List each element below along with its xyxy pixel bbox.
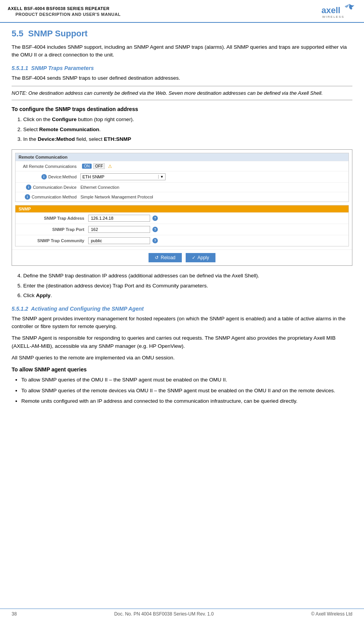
- header-subtitle: PRODUCT DESCRIPTION AND USER'S MANUAL: [8, 11, 128, 18]
- toggle-on[interactable]: ON: [82, 164, 92, 169]
- snmp-trap-port-row: SNMP Trap Port ?: [15, 224, 349, 235]
- footer-page-number: 38: [12, 611, 17, 617]
- task2-bullets: To allow SNMP queries of the OMU II – th…: [21, 376, 352, 405]
- subsection2-para1: The SNMP agent provides inventory manage…: [12, 315, 352, 331]
- communication-device-label: i Communication Device: [19, 185, 80, 190]
- main-content: 5.5 SNMP Support The BSF-4004 includes S…: [0, 23, 364, 421]
- communication-method-label: i Communication Method: [19, 194, 80, 200]
- section-intro: The BSF-4004 includes SNMP support, incl…: [12, 43, 352, 59]
- select-arrow: ▼: [158, 175, 164, 179]
- communication-device-value: Ethernet Connection: [80, 185, 119, 190]
- task2-title: To allow SNMP agent queries: [12, 366, 352, 373]
- snmp-trap-address-row: SNMP Trap Address ?: [15, 212, 349, 224]
- step-2: Select Remote Communication.: [23, 125, 352, 134]
- bullet-3: Remote units configured with an IP addre…: [21, 397, 352, 405]
- communication-method-value: Simple Network Management Protocol: [80, 195, 153, 199]
- info-icon-2: i: [26, 185, 31, 190]
- all-remote-row: All Remote Communications ON OFF ⚠: [15, 161, 349, 171]
- footer-doc-ref: Doc. No. PN 4004 BSF0038 Series-UM Rev. …: [114, 611, 214, 617]
- company-logo: axell WIRELESS: [321, 3, 356, 21]
- reload-icon: ↺: [155, 255, 159, 260]
- snmp-trap-port-input[interactable]: [88, 226, 150, 233]
- remote-communication-label: Remote Communication: [19, 155, 68, 159]
- header-title: AXELL BSF-4004 BSF0038 SERIES REPEATER: [8, 6, 128, 11]
- task1-steps-after: Define the SNMP trap destination IP addr…: [23, 272, 352, 300]
- info-icon-3: i: [25, 194, 30, 200]
- snmp-trap-address-label: SNMP Trap Address: [19, 216, 88, 221]
- device-method-label: i Device:Method: [19, 174, 80, 180]
- task1-steps: Click on the Configure button (top right…: [23, 115, 352, 144]
- section-title: 5.5 SNMP Support: [12, 29, 352, 39]
- device-method-row: i Device:Method ETH SNMP ▼: [15, 171, 349, 182]
- page-header: AXELL BSF-4004 BSF0038 SERIES REPEATER P…: [0, 0, 364, 23]
- step-4: Define the SNMP trap destination IP addr…: [23, 272, 352, 280]
- remote-communication-header: Remote Communication: [15, 153, 349, 161]
- toggle-off[interactable]: OFF: [93, 163, 105, 169]
- step-5: Enter the (destination address device) T…: [23, 282, 352, 290]
- snmp-help-3: ?: [152, 238, 158, 243]
- device-method-value: ETH SNMP: [82, 174, 104, 179]
- toggle-container: ON OFF ⚠: [80, 163, 112, 169]
- svg-text:WIRELESS: WIRELESS: [322, 15, 344, 19]
- communication-method-row: i Communication Method Simple Network Ma…: [15, 192, 349, 202]
- subsection1-desc: The BSF-4004 sends SNMP traps to user de…: [12, 74, 352, 82]
- svg-text:axell: axell: [321, 5, 340, 15]
- footer-copyright: © Axell Wireless Ltd: [311, 611, 352, 617]
- subsection2-para3: All SNMP queries to the remote are imple…: [12, 354, 352, 362]
- snmp-header: SNMP: [15, 205, 349, 212]
- subsection2-title: 5.5.1.2 Activating and Configuring the S…: [12, 306, 352, 312]
- bullet-2: To allow SNMP queries of the remote devi…: [21, 386, 352, 395]
- apply-icon: ✓: [192, 255, 196, 260]
- step-3: In the Device:Method field, select ETH:S…: [23, 135, 352, 144]
- step-6: Click Apply.: [23, 291, 352, 300]
- snmp-trap-port-label: SNMP Trap Port: [19, 227, 88, 232]
- task1-title: To configure the SNMP traps destination …: [12, 106, 352, 112]
- apply-button[interactable]: ✓ Apply: [186, 253, 215, 262]
- step-1: Click on the Configure button (top right…: [23, 115, 352, 124]
- screenshot-box: Remote Communication All Remote Communic…: [12, 149, 352, 266]
- snmp-section: SNMP SNMP Trap Address ? SNMP Trap Port …: [15, 205, 349, 246]
- info-icon-1: i: [41, 174, 47, 180]
- reload-button[interactable]: ↺ Reload: [149, 253, 181, 262]
- page-footer: 38 Doc. No. PN 4004 BSF0038 Series-UM Re…: [0, 609, 364, 619]
- screenshot-button-row: ↺ Reload ✓ Apply: [12, 250, 352, 265]
- snmp-trap-community-input[interactable]: [88, 237, 150, 244]
- device-method-select[interactable]: ETH SNMP ▼: [80, 173, 166, 180]
- note-text: NOTE: One destination address can curren…: [12, 89, 352, 97]
- warning-icon: ⚠: [108, 164, 112, 169]
- snmp-help-2: ?: [152, 227, 158, 232]
- all-remote-label: All Remote Communications: [19, 164, 80, 169]
- note-box: NOTE: One destination address can curren…: [12, 86, 352, 101]
- subsection2-para2: The SNMP Agent is responsible for respon…: [12, 334, 352, 350]
- snmp-trap-community-row: SNMP Trap Community ?: [15, 235, 349, 246]
- communication-device-row: i Communication Device Ethernet Connecti…: [15, 182, 349, 192]
- bullet-1: To allow SNMP queries of the OMU II – th…: [21, 376, 352, 384]
- snmp-trap-address-input[interactable]: [88, 215, 150, 222]
- snmp-trap-community-label: SNMP Trap Community: [19, 238, 88, 243]
- snmp-help-1: ?: [152, 215, 158, 221]
- subsection1-title: 5.5.1.1 SNMP Traps Parameters: [12, 65, 352, 71]
- remote-communication-section: Remote Communication All Remote Communic…: [15, 153, 349, 202]
